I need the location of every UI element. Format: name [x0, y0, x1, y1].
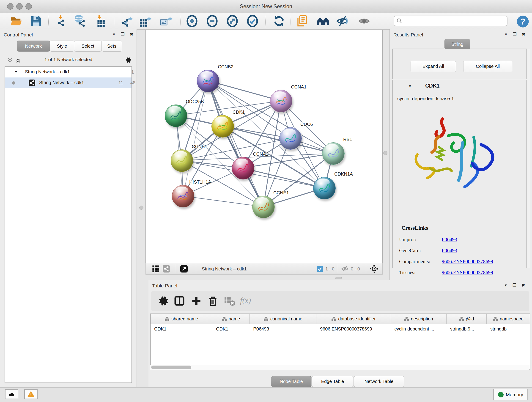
network-node-ccna1[interactable] [270, 90, 292, 112]
column-header-database-identifier[interactable]: database identifier [317, 314, 391, 324]
column-header-shared-name[interactable]: shared name [151, 314, 212, 324]
crosslink-link[interactable]: P06493 [442, 248, 457, 254]
table-cell[interactable]: stringdb:9... [447, 324, 487, 334]
crosslinks-title: CrossLinks [401, 225, 526, 231]
table-gear-icon[interactable] [158, 295, 169, 307]
tab-string[interactable]: String [444, 39, 470, 50]
hide-selected-icon[interactable] [336, 15, 349, 27]
tree-expander-icon[interactable]: ▼ [14, 70, 18, 74]
search-field[interactable] [394, 16, 507, 26]
search-input[interactable] [404, 18, 507, 24]
column-header-name[interactable]: name [212, 314, 249, 324]
column-header--id[interactable]: @id [447, 314, 487, 324]
export-image-icon[interactable] [160, 15, 172, 27]
import-network-database-icon[interactable] [74, 15, 86, 27]
network-view-canvas[interactable]: CCNB2 CCNA1 CDC25B CDK1 CDC6 RB1 CCNB1 C… [146, 30, 383, 264]
import-network-file-icon[interactable] [56, 15, 68, 27]
panel-close-icon[interactable]: ✖ [521, 283, 525, 287]
cloud-button[interactable] [5, 389, 18, 399]
panel-close-icon[interactable]: ✖ [130, 32, 133, 36]
panel-float-icon[interactable]: ❒ [513, 283, 516, 287]
table-cell[interactable]: 9606.ENSP00000378699 [317, 324, 391, 334]
network-options-gear-icon[interactable] [125, 57, 132, 64]
network-node-cdkn1a[interactable] [313, 177, 336, 199]
expand-all-button[interactable]: Expand All [411, 61, 456, 72]
window-title: Session: New Session [0, 3, 532, 10]
horizontal-splitter-handle[interactable] [336, 277, 342, 279]
network-edge-count: 48 [130, 80, 135, 85]
crosslink-link[interactable]: 9606.ENSP00000378699 [442, 259, 493, 264]
save-session-icon[interactable] [30, 15, 43, 27]
export-table-icon[interactable] [139, 15, 152, 27]
section-expander-icon[interactable]: ▼ [408, 84, 412, 88]
results-scrollbar[interactable] [527, 49, 530, 268]
column-header-description[interactable]: description [391, 314, 447, 324]
network-node-cdk1[interactable] [211, 115, 234, 138]
table-row[interactable]: CDK1CDK1P064939606.ENSP00000378699cyclin… [151, 324, 530, 334]
show-annotations-icon[interactable] [296, 15, 308, 27]
fit-selection-crosshair-icon[interactable] [370, 264, 379, 274]
table-cell[interactable]: stringdb [487, 324, 530, 334]
import-table-file-icon[interactable] [94, 15, 107, 27]
scrollbar-thumb[interactable] [151, 366, 191, 369]
show-bundles-icon[interactable] [317, 15, 329, 27]
help-icon[interactable]: ? [516, 15, 529, 28]
table-horizontal-scrollbar[interactable] [150, 365, 530, 370]
panel-menu-icon[interactable]: ▼ [504, 32, 508, 36]
share-network-icon[interactable] [163, 265, 170, 273]
table-cell[interactable]: CDK1 [151, 324, 212, 334]
collapse-all-button[interactable]: Collapse All [463, 61, 512, 72]
memory-button[interactable]: Memory [493, 389, 528, 400]
network-node-rb1[interactable] [322, 142, 345, 165]
tab-network[interactable]: Network [17, 41, 50, 51]
add-column-icon[interactable] [191, 295, 202, 307]
panel-menu-icon[interactable]: ▼ [112, 32, 116, 36]
crosslink-label: Uniprot: [399, 236, 416, 242]
tab-edge-table[interactable]: Edge Table [311, 376, 354, 387]
node-table[interactable]: shared namenamecanonical namedatabase id… [150, 313, 530, 370]
refresh-layout-icon[interactable] [273, 15, 285, 27]
tab-style[interactable]: Style [50, 41, 74, 51]
crosslink-row: Tissues: 9606.ENSP00000378699 [393, 267, 526, 278]
zoom-out-icon[interactable] [206, 15, 219, 27]
table-cell[interactable]: P06493 [249, 324, 317, 334]
grid-view-icon[interactable] [152, 265, 159, 273]
network-node-ccne1[interactable] [252, 196, 275, 218]
panel-float-icon[interactable]: ❒ [121, 32, 125, 36]
network-node-cdc25b[interactable] [165, 104, 187, 127]
network-collection-row[interactable]: ▼ String Network – cdk1 1 [5, 67, 132, 77]
tab-node-table[interactable]: Node Table [271, 376, 312, 387]
panel-float-icon[interactable]: ❒ [513, 32, 517, 36]
show-all-icon[interactable] [358, 15, 370, 27]
table-cell[interactable]: CDK1 [212, 324, 249, 334]
network-node-cdc6[interactable] [279, 127, 302, 150]
open-session-icon[interactable] [10, 15, 23, 27]
export-network-icon[interactable] [121, 15, 133, 27]
network-node-ccna2[interactable] [232, 157, 254, 179]
control-panel: Control Panel ▼ ❒ ✖ NetworkStyleSelectSe… [0, 29, 137, 387]
tab-select[interactable]: Select [74, 41, 102, 51]
network-node-ccnb1[interactable] [171, 149, 193, 172]
tab-network-table[interactable]: Network Table [354, 376, 404, 387]
table-cell[interactable]: cyclin-dependent ... [391, 324, 447, 334]
network-row-selected[interactable]: String Network – cdk1 11 48 [5, 77, 132, 88]
column-header-namespace[interactable]: namespace [487, 314, 530, 324]
zoom-in-icon[interactable] [186, 15, 198, 27]
zoom-fit-icon[interactable] [226, 15, 239, 27]
birds-eye-view-icon[interactable] [180, 265, 188, 273]
network-node-hist1h1a[interactable] [172, 185, 194, 207]
panel-menu-icon[interactable]: ▼ [504, 283, 507, 287]
zoom-selected-icon[interactable] [246, 15, 259, 27]
show-columns-icon[interactable] [174, 295, 185, 307]
crosslink-link[interactable]: 9606.ENSP00000378699 [442, 269, 493, 275]
selected-checkbox-icon[interactable] [317, 266, 323, 272]
panel-close-icon[interactable]: ✖ [522, 32, 525, 36]
tab-sets[interactable]: Sets [101, 41, 122, 51]
left-splitter-handle[interactable] [139, 206, 143, 210]
crosslink-link[interactable]: P06493 [442, 236, 457, 242]
column-header-canonical-name[interactable]: canonical name [249, 314, 317, 324]
right-splitter-handle[interactable] [383, 151, 387, 155]
delete-column-trash-icon[interactable] [207, 295, 219, 307]
network-node-ccnb2[interactable] [197, 70, 219, 92]
warnings-button[interactable] [24, 389, 38, 399]
